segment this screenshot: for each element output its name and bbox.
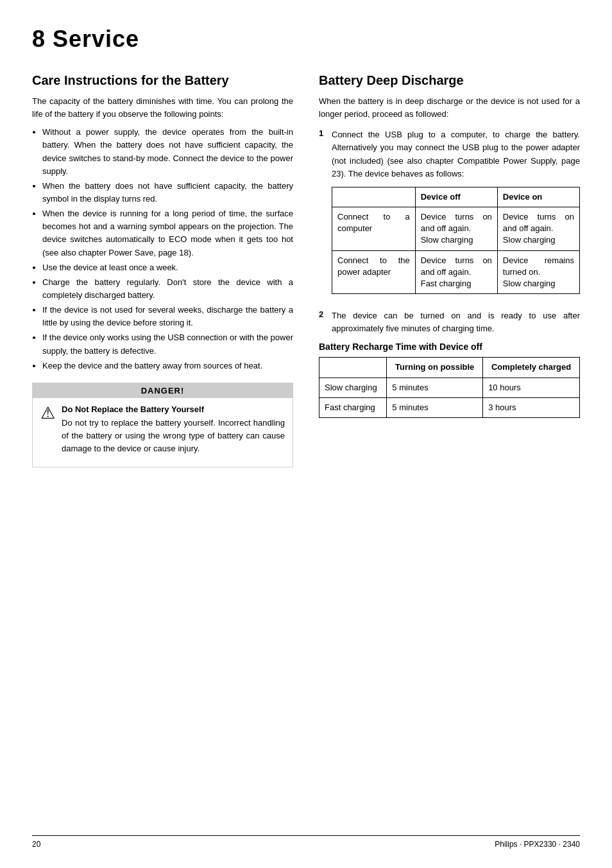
table1-row1-device-on: Device turns on and off again. Slow char… — [497, 207, 579, 251]
table2-row2-label: Fast charging — [319, 397, 387, 417]
danger-text: Do Not Replace the Battery Yourself Do n… — [62, 404, 285, 460]
left-intro: The capacity of the battery diminishes w… — [32, 95, 293, 121]
table-row: Slow charging 5 minutes 10 hours — [319, 378, 580, 397]
list-item: When the device is running for a long pe… — [42, 207, 293, 259]
page-footer: 20 Philips · PPX2330 · 2340 — [32, 835, 580, 849]
danger-body: Do not try to replace the battery yourse… — [62, 417, 285, 455]
step-1-text: Connect the USB plug to a computer, to c… — [332, 130, 580, 178]
table2-col3-header: Completely charged — [483, 358, 580, 378]
step-1: 1 Connect the USB plug to a computer, to… — [319, 128, 580, 303]
table1-row2-device-off: Device turns on and off again. Fast char… — [415, 250, 497, 294]
list-item: Without a power supply, the device opera… — [42, 126, 293, 178]
danger-header: DANGER! — [33, 383, 293, 398]
step-1-label: 1 — [319, 128, 328, 303]
table1-row2-device-on: Device remains turned on. Slow charging — [497, 250, 579, 294]
list-item: If the device is not used for several we… — [42, 304, 293, 329]
table2-row1-label: Slow charging — [319, 378, 387, 397]
recharge-time-table: Turning on possible Completely charged S… — [319, 357, 580, 418]
bullet-list: Without a power supply, the device opera… — [32, 126, 293, 372]
table2-row2-charged: 3 hours — [483, 397, 580, 417]
right-intro: When the battery is in deep discharge or… — [319, 95, 580, 121]
left-heading: Care Instructions for the Battery — [32, 72, 293, 89]
table1-col1-header — [332, 187, 416, 207]
page-number: 20 — [32, 840, 40, 849]
table-row: Connect to the power adapter Device turn… — [332, 250, 580, 294]
danger-box: DANGER! ⚠ Do Not Replace the Battery You… — [32, 383, 293, 467]
list-item: If the device only works using the USB c… — [42, 331, 293, 357]
table1-row1-device-off: Device turns on and off again. Slow char… — [415, 207, 497, 251]
table1-row1-label: Connect to a computer — [332, 207, 416, 251]
danger-title: Do Not Replace the Battery Yourself — [62, 404, 285, 414]
list-item: When the battery does not have sufficien… — [42, 180, 293, 205]
table-row: Fast charging 5 minutes 3 hours — [319, 397, 580, 417]
page-title: 8 Service — [32, 26, 580, 53]
table2-col2-header: Turning on possible — [387, 358, 483, 378]
battery-recharge-heading: Battery Recharge Time with Device off — [319, 342, 580, 352]
right-column: Battery Deep Discharge When the battery … — [319, 72, 580, 467]
step-1-content: Connect the USB plug to a computer, to c… — [332, 128, 580, 303]
table1-col2-header: Device off — [415, 187, 497, 207]
list-item: Use the device at least once a week. — [42, 261, 293, 274]
list-item: Keep the device and the battery away fro… — [42, 360, 293, 372]
table-row: Connect to a computer Device turns on an… — [332, 207, 580, 251]
table1-col3-header: Device on — [497, 187, 579, 207]
device-state-table: Device off Device on Connect to a comput… — [332, 187, 580, 294]
table1-row2-label: Connect to the power adapter — [332, 250, 416, 294]
list-item: Charge the battery regularly. Don't stor… — [42, 276, 293, 302]
table2-col1-header — [319, 358, 387, 378]
table2-row1-charged: 10 hours — [483, 378, 580, 397]
step-2-label: 2 — [319, 309, 328, 335]
brand-label: Philips · PPX2330 · 2340 — [495, 840, 580, 849]
warning-icon: ⚠ — [40, 404, 55, 421]
step-2-content: The device can be turned on and is ready… — [332, 309, 580, 335]
left-column: Care Instructions for the Battery The ca… — [32, 72, 293, 467]
table2-row1-turning-on: 5 minutes — [387, 378, 483, 397]
right-heading: Battery Deep Discharge — [319, 72, 580, 89]
step-2: 2 The device can be turned on and is rea… — [319, 309, 580, 335]
table2-row2-turning-on: 5 minutes — [387, 397, 483, 417]
